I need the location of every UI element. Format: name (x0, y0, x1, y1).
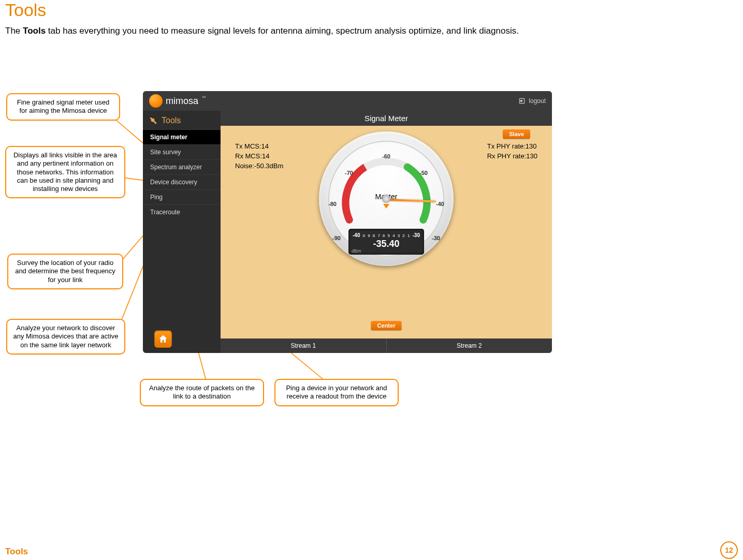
sm0: 0 (363, 233, 365, 238)
sm1: 9 (368, 233, 370, 238)
slave-tag[interactable]: Slave (503, 129, 530, 139)
brand-tm-icon: ™ (201, 95, 206, 100)
logout-icon (518, 97, 526, 105)
tx-phy: Tx PHY rate:130 (487, 142, 537, 152)
intro-bold: Tools (23, 26, 46, 36)
brand-name: mimosa (166, 96, 198, 107)
sidebar-item-spectrum-analyzer[interactable]: Spectrum analyzer (143, 159, 221, 174)
rx-phy: Rx PHY rate:130 (487, 152, 537, 161)
center-button[interactable]: Center (371, 321, 402, 330)
intro-prefix: The (5, 26, 23, 36)
sidebar-item-device-discovery[interactable]: Device discovery (143, 174, 221, 189)
logout-button[interactable]: logout (518, 97, 546, 105)
tick-50: -50 (356, 170, 491, 176)
stats-right: Tx PHY rate:130 Rx PHY rate:130 (487, 142, 537, 161)
sidebar-item-signal-meter[interactable]: Signal meter (143, 129, 221, 144)
page-title: Tools (5, 0, 46, 20)
signal-gauge: -90 -80 -70 -60 -50 -40 -30 Master -40 0 (319, 131, 454, 266)
stream-bar: Stream 1 Stream 2 (221, 338, 552, 353)
home-icon (158, 334, 168, 344)
page-intro: The Tools tab has everything you need to… (5, 26, 519, 36)
sidebar-item-site-survey[interactable]: Site survey (143, 144, 221, 159)
callout-ping: Ping a device in your network and receiv… (274, 379, 399, 406)
scale-right: -30 (413, 232, 420, 238)
page-number-badge: 12 (720, 541, 738, 559)
brand: mimosa ™ (149, 94, 206, 108)
rx-mcs: Rx MCS:14 (235, 152, 283, 161)
sidebar-item-traceroute[interactable]: Traceroute (143, 204, 221, 219)
home-button[interactable] (154, 330, 172, 348)
sm7: 3 (398, 233, 400, 238)
tick-40: -40 (373, 201, 507, 207)
sm9: 1 (407, 233, 410, 238)
sidebar-title-label: Tools (162, 116, 181, 125)
tools-icon (149, 116, 157, 125)
brand-logo-icon (149, 94, 163, 108)
scale-left: -40 (353, 232, 360, 238)
panel-title: Signal Meter (221, 111, 552, 126)
sm5: 5 (388, 233, 390, 238)
stats-left: Tx MCS:14 Rx MCS:14 Noise:-50.3dBm (235, 142, 283, 171)
gauge-value: -35.40 (352, 239, 421, 249)
sm2: 8 (373, 233, 375, 238)
sidebar-item-ping[interactable]: Ping (143, 189, 221, 204)
stream-1[interactable]: Stream 1 (221, 338, 387, 353)
stream-2[interactable]: Stream 2 (387, 338, 552, 353)
sm3: 7 (377, 233, 380, 238)
callout-signal-meter: Fine grained signal meter used for aimin… (6, 93, 120, 121)
sm8: 2 (402, 233, 404, 238)
gauge-marker-icon (383, 204, 389, 209)
sm4: 6 (383, 233, 385, 238)
footer-section: Tools (5, 547, 28, 557)
callout-site-survey: Displays all links visible in the area a… (5, 146, 125, 198)
main-panel: Signal Meter Tx MCS:14 Rx MCS:14 Noise:-… (221, 111, 552, 353)
callout-discovery: Analyze your network to discover any Mim… (6, 319, 125, 355)
intro-suffix: tab has everything you need to measure s… (46, 26, 519, 36)
gauge-hub (382, 195, 390, 203)
gauge-readout: -40 0 9 8 7 6 5 4 3 2 1 -30 (348, 229, 424, 255)
callout-spectrum: Survey the location of your radio and de… (7, 254, 123, 289)
tx-mcs: Tx MCS:14 (235, 142, 283, 152)
callout-traceroute: Analyze the route of packets on the link… (140, 379, 264, 406)
logout-label: logout (529, 97, 546, 105)
sidebar-title: Tools (143, 111, 221, 129)
sm6: 4 (392, 233, 395, 238)
app-screenshot: mimosa ™ logout Tools Signal meter Site … (143, 91, 552, 353)
noise: Noise:-50.3dBm (235, 161, 283, 171)
sidebar: Tools Signal meter Site survey Spectrum … (143, 111, 221, 353)
tick-60: -60 (319, 153, 454, 159)
